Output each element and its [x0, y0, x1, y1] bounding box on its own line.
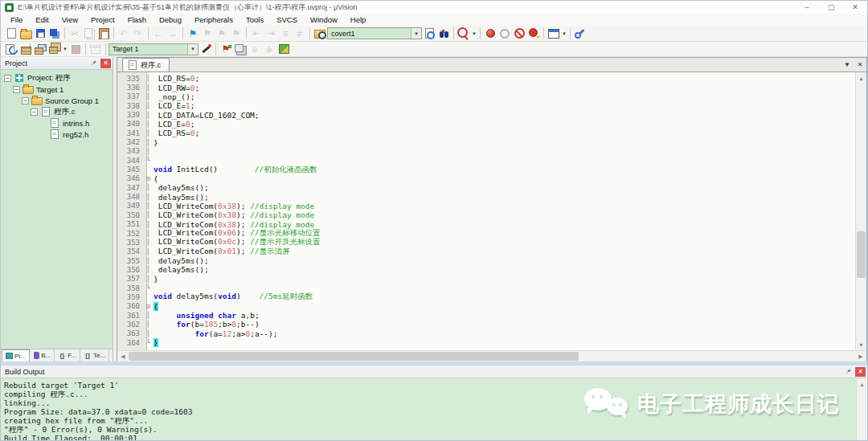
tree-item[interactable]: −Project: 程序	[4, 72, 113, 84]
target-combobox[interactable]: Target 1▼	[108, 43, 199, 55]
build-icon[interactable]	[18, 43, 33, 55]
fold-margin: │	[143, 101, 154, 110]
search-combobox[interactable]: covert1▼	[327, 27, 422, 39]
scroll-right-icon[interactable]: ▶	[855, 351, 866, 362]
save-all-icon[interactable]	[47, 27, 62, 40]
pin-icon[interactable]: 📌︎	[843, 367, 854, 377]
navigate-forward-icon[interactable]	[166, 27, 180, 40]
tree-expander-icon[interactable]: −	[4, 75, 11, 82]
menu-svcs[interactable]: SVCS	[270, 14, 304, 26]
bookmark-next-icon[interactable]	[215, 27, 229, 40]
menu-help[interactable]: Help	[344, 14, 373, 26]
scroll-left-icon[interactable]: ◀	[117, 351, 129, 362]
editor-vertical-scrollbar[interactable]: ▲ ▼	[855, 72, 866, 350]
tree-item[interactable]: intrins.h	[4, 117, 113, 129]
manage-project-items-icon[interactable]	[233, 43, 248, 55]
tree-expander-icon[interactable]: −	[31, 108, 38, 116]
scroll-down-icon[interactable]: ▼	[856, 339, 866, 350]
menu-debug[interactable]: Debug	[153, 14, 188, 26]
scroll-up-icon[interactable]: ▲	[856, 72, 866, 84]
new-file-icon[interactable]	[4, 27, 18, 40]
dropdown-caret-icon[interactable]: ▼	[471, 31, 477, 36]
bookmark-toggle-icon[interactable]	[186, 27, 200, 40]
maximize-button[interactable]: ▢	[819, 1, 843, 14]
tree-item[interactable]: reg52.h	[4, 129, 113, 140]
redo-icon[interactable]	[131, 27, 145, 40]
rebuild-icon[interactable]	[33, 43, 47, 55]
minimize-button[interactable]: –	[795, 1, 819, 14]
translate-icon[interactable]	[4, 43, 18, 55]
bookmark-clear-icon[interactable]	[229, 27, 244, 40]
batch-build-icon[interactable]	[47, 43, 62, 55]
undo-icon[interactable]	[117, 27, 131, 40]
menu-file[interactable]: File	[4, 14, 29, 26]
comment-icon[interactable]	[278, 27, 293, 40]
download-icon[interactable]	[88, 43, 103, 55]
breakpoint-toggle-icon[interactable]	[483, 27, 497, 40]
multi-project-icon[interactable]	[248, 43, 262, 55]
find-in-files-icon[interactable]	[313, 27, 327, 40]
toolbar-separator	[105, 43, 106, 55]
save-icon[interactable]	[33, 27, 47, 40]
configure-tools-icon[interactable]	[573, 27, 588, 40]
tab-list-dropdown-icon[interactable]: ▼	[841, 59, 854, 70]
file-extensions-icon[interactable]	[219, 43, 233, 55]
tree-item[interactable]: −Target 1	[4, 84, 113, 95]
editor-horizontal-scrollbar[interactable]: ◀ ▶	[117, 350, 866, 361]
open-file-icon[interactable]	[18, 27, 33, 40]
manage-books-icon[interactable]	[276, 43, 291, 55]
breakpoint-kill-all-icon[interactable]	[526, 27, 541, 40]
bookmark-prev-icon[interactable]	[200, 27, 215, 40]
line-number: 361	[117, 312, 143, 320]
dropdown-caret-icon[interactable]: ▼	[561, 31, 567, 36]
editor-tab[interactable]: 程序.c	[122, 58, 170, 71]
menu-edit[interactable]: Edit	[29, 14, 55, 26]
menu-peripherals[interactable]: Peripherals	[188, 14, 240, 26]
dropdown-caret-icon[interactable]: ▼	[62, 47, 68, 51]
menu-flash[interactable]: Flash	[121, 14, 153, 26]
panel-tab-pr[interactable]: Pr...	[2, 349, 30, 361]
pin-icon[interactable]: 📌︎	[88, 59, 99, 68]
project-workspace-icon[interactable]	[262, 43, 276, 55]
chevron-down-icon[interactable]: ▼	[411, 28, 421, 39]
menu-view[interactable]: View	[55, 14, 84, 26]
tree-item[interactable]: −程序.c	[4, 106, 113, 117]
close-document-icon[interactable]: ✕	[854, 59, 866, 70]
menu-window[interactable]: Window	[304, 14, 344, 26]
close-icon[interactable]: ✕	[855, 367, 866, 377]
panel-tab-f[interactable]: {}F...	[55, 349, 80, 361]
indent-icon[interactable]	[264, 27, 278, 40]
breakpoint-disable-icon[interactable]	[512, 27, 526, 40]
copy-icon[interactable]	[82, 27, 96, 40]
scroll-thumb[interactable]	[857, 231, 866, 278]
tree-expander-icon[interactable]: −	[22, 97, 29, 104]
build-output-scrollbar[interactable]: ▲	[856, 378, 867, 440]
menu-project[interactable]: Project	[84, 14, 121, 26]
chevron-down-icon[interactable]: ▼	[187, 44, 198, 55]
cut-icon[interactable]	[68, 27, 82, 40]
debug-windows-icon[interactable]	[547, 27, 561, 40]
panel-tab-te[interactable]: []Te...	[80, 349, 109, 361]
fold-collapse-icon[interactable]: ⊟	[143, 302, 154, 311]
navigate-back-icon[interactable]	[151, 27, 166, 40]
stop-build-icon[interactable]	[68, 43, 83, 55]
breakpoint-enable-icon[interactable]	[497, 27, 512, 40]
run-to-cursor-icon[interactable]	[457, 27, 471, 40]
unindent-icon[interactable]	[249, 27, 264, 40]
options-for-target-icon[interactable]	[199, 43, 213, 55]
tree-item[interactable]: −Source Group 1	[4, 95, 113, 106]
close-button[interactable]: ✕	[843, 1, 867, 14]
code-editor[interactable]: 335│ LCD_RS=0;336│ LCD_RW=0;337│ _nop_()…	[117, 72, 855, 350]
scroll-thumb[interactable]	[129, 352, 579, 361]
find-icon[interactable]	[436, 27, 451, 40]
panel-tab-b[interactable]: B...	[30, 349, 55, 361]
paste-icon[interactable]	[96, 27, 111, 40]
menu-tools[interactable]: Tools	[240, 14, 270, 26]
lookup-icon[interactable]	[422, 27, 436, 40]
tree-expander-icon[interactable]: −	[13, 86, 20, 93]
fold-collapse-icon[interactable]: ⊟	[143, 174, 154, 183]
close-icon[interactable]: ✕	[100, 59, 111, 68]
scroll-up-icon[interactable]: ▲	[857, 378, 867, 390]
fold-margin: │	[143, 92, 154, 101]
uncomment-icon[interactable]	[293, 27, 307, 40]
